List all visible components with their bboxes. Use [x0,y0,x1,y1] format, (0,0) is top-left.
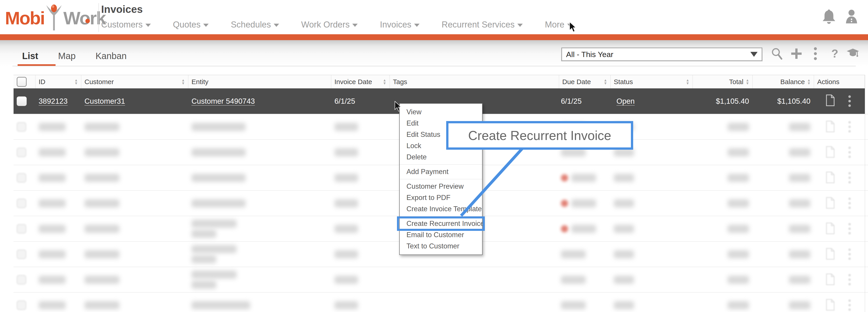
redacted-balance-cell [753,276,814,284]
menu-item-delete[interactable]: Delete [400,151,482,163]
row-more-options-icon[interactable] [848,95,851,107]
col-header-balance[interactable]: Balance▲▼ [753,75,814,89]
col-header-due-date[interactable]: Due Date▲▼ [559,75,611,89]
sort-icon[interactable]: ▲▼ [181,79,185,85]
logo-text-work: Work [63,8,106,29]
sort-icon[interactable]: ▲▼ [686,79,689,85]
menu-item-customer-preview[interactable]: Customer Preview [400,181,482,192]
redacted-text-blob [727,148,749,157]
redacted-text-blob [789,250,810,258]
redacted-text-blob [789,225,810,233]
menu-item-create-recurrent-invoice[interactable]: Create Recurrent Invoice [400,218,482,229]
nav-item-quotes[interactable]: Quotes [173,20,209,30]
balance-cell: $1,105.40 [753,97,814,105]
redacted-text-blob [334,225,358,233]
filter-dropdown[interactable]: All - This Year [561,47,762,61]
nav-item-work-orders[interactable]: Work Orders [301,20,358,30]
redacted-customer-cell [81,276,188,284]
table-row-redacted[interactable] [13,292,868,312]
col-header-entity[interactable]: Entity [188,75,331,89]
redacted-due-date-cell [559,276,611,284]
invoice-id-link[interactable]: 3892123 [39,97,67,105]
menu-item-text-to-customer[interactable]: Text to Customer [400,241,482,252]
nav-item-label: Customers [101,20,143,30]
col-header-actions[interactable]: Actions [814,75,865,89]
help-icon[interactable]: ? [828,47,841,61]
tab-list[interactable]: List [22,51,38,61]
row-checkbox[interactable] [17,97,27,106]
redacted-invoice-date-cell [331,174,390,182]
header-divider [98,3,99,32]
redacted-total-cell [693,276,753,284]
sort-icon[interactable]: ▲▼ [74,79,78,85]
redacted-checkbox [17,122,26,132]
redacted-text-blob [191,199,246,207]
entity-link[interactable]: Customer 5490743 [191,97,255,105]
menu-item-add-payment[interactable]: Add Payment [400,166,482,177]
academy-cap-icon[interactable] [846,47,860,61]
search-icon[interactable] [771,47,783,61]
tab-map[interactable]: Map [58,51,75,61]
nav-item-schedules[interactable]: Schedules [231,20,279,30]
document-icon [826,146,835,159]
sort-icon[interactable]: ▲▼ [746,79,749,85]
sort-icon[interactable]: ▲▼ [603,79,607,85]
col-header-invoice-date[interactable]: Invoice Date▲▼ [331,75,390,89]
chevron-down-icon [146,24,151,27]
table-row-redacted[interactable] [13,267,868,292]
redacted-text-blob [334,250,358,258]
redacted-total-cell [693,199,753,207]
col-header-id[interactable]: ID▲▼ [35,75,81,89]
status-link[interactable]: Open [616,97,635,105]
redacted-checkbox [17,224,26,234]
nav-item-more[interactable]: More [545,20,572,30]
redacted-text-blob [614,199,634,207]
col-header-tags[interactable]: Tags [390,75,559,89]
col-header-total[interactable]: Total▲▼ [693,75,753,89]
tab-kanban[interactable]: Kanban [95,51,127,61]
redacted-checkbox [17,173,26,183]
redacted-actions-cell [814,120,865,133]
more-options-icon[interactable] [809,47,822,61]
menu-item-create-invoice-template[interactable]: Create Invoice Template [400,203,482,215]
column-label: Actions [817,78,839,86]
redacted-entity-cell [188,174,331,182]
menu-item-export-to-pdf[interactable]: Export to PDF [400,192,482,203]
redacted-text-blob [85,148,120,157]
redacted-customer-cell [81,123,188,131]
menu-item-view[interactable]: View [400,106,482,118]
document-icon[interactable] [826,95,835,108]
user-profile-icon[interactable] [844,9,859,26]
customer-link[interactable]: Customer31 [85,97,125,105]
row-more-options-icon [848,274,851,285]
redacted-text-blob [85,199,120,207]
mobiwork-logo[interactable]: Mobi Work [5,4,105,33]
redacted-text-blob [727,301,749,309]
redacted-entity-cell [188,199,331,207]
col-header-customer[interactable]: Customer▲▼ [81,75,188,89]
notifications-bell-icon[interactable] [822,9,836,26]
row-more-options-icon [848,198,851,209]
redacted-total-cell [693,148,753,157]
nav-item-label: Invoices [380,20,411,30]
select-all-checkbox[interactable] [17,77,27,87]
sort-icon[interactable]: ▲▼ [383,79,386,85]
redacted-text-blob [614,225,634,233]
redacted-text-blob [191,123,246,131]
sort-icon[interactable]: ▲▼ [807,79,811,85]
nav-item-recurrent-services[interactable]: Recurrent Services [442,20,523,30]
redacted-total-cell [693,174,753,182]
menu-item-email-to-customer[interactable]: Email to Customer [400,229,482,241]
nav-item-invoices[interactable]: Invoices [380,20,419,30]
row-more-options-icon [848,121,851,133]
nav-item-customers[interactable]: Customers [101,20,151,30]
redacted-checkbox-cell [13,275,35,284]
add-icon[interactable] [790,47,803,61]
chevron-down-icon [517,24,523,27]
col-header-status[interactable]: Status▲▼ [611,75,693,89]
redacted-id-cell [35,301,81,309]
redacted-total-cell [693,123,753,131]
redacted-text-blob [727,276,749,284]
redacted-balance-cell [753,301,814,309]
redacted-text-blob [727,123,749,131]
